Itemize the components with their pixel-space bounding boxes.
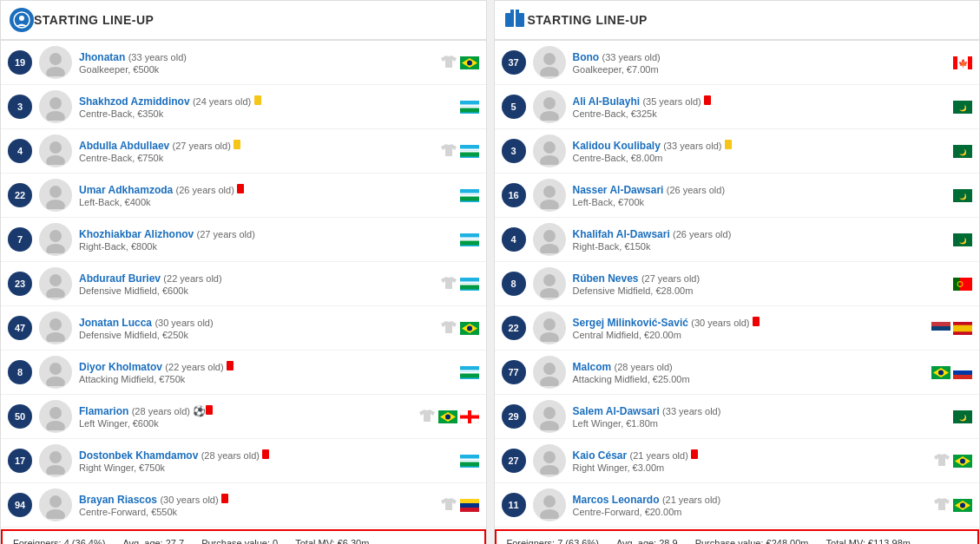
player-info: Umar Adkhamzoda (26 years old) Left-Back… (79, 184, 460, 207)
player-name[interactable]: Nasser Al-Dawsari (573, 184, 664, 196)
flag-icon (953, 278, 972, 291)
svg-rect-18 (460, 150, 479, 152)
player-name-row: Jhonatan (33 years old) (79, 51, 440, 63)
player-position-value: Central Midfield, €20.00m (573, 330, 932, 340)
flag-icon (460, 278, 479, 291)
player-name[interactable]: Khozhiakbar Alizhonov (79, 228, 194, 240)
player-name-row: Nasser Al-Dawsari (26 years old) (573, 184, 954, 196)
avatar (39, 223, 72, 256)
player-info: Salem Al-Dawsari (33 years old) Left Win… (573, 405, 954, 429)
svg-rect-99 (931, 322, 950, 326)
player-position-value: Centre-Back, €750k (79, 153, 440, 163)
player-position-value: Attacking Midfield, €25.00m (573, 374, 932, 384)
player-name-row: Brayan Riascos (30 years old) (79, 494, 440, 506)
player-name[interactable]: Khalifah Al-Dawsari (573, 228, 670, 240)
svg-point-31 (49, 274, 62, 286)
player-position-value: Right Winger, €3.00m (573, 462, 934, 473)
shirt-icon (440, 275, 457, 293)
svg-rect-22 (460, 193, 479, 194)
player-name[interactable]: Malcom (573, 361, 612, 373)
player-number: 47 (8, 316, 32, 340)
card-icon (725, 140, 732, 152)
svg-rect-101 (931, 331, 950, 335)
player-age: (21 years old) (662, 495, 720, 505)
table-row: 22 Sergej Milinković-Savić (30 years old… (495, 306, 980, 351)
player-name-row: Salem Al-Dawsari (33 years old) (573, 405, 954, 417)
flag-icon (460, 145, 479, 158)
player-icons (460, 189, 479, 202)
player-info: Ali Al-Bulayhi (35 years old) Centre-Bac… (573, 95, 954, 119)
player-number: 22 (8, 183, 32, 207)
player-name[interactable]: Jonatan Lucca (79, 317, 152, 329)
avatar (533, 134, 566, 167)
svg-rect-12 (460, 106, 479, 108)
player-position-value: Left Winger, €600k (79, 418, 418, 429)
svg-point-112 (543, 407, 556, 419)
player-name[interactable]: Umar Adkhamzoda (79, 184, 173, 196)
player-name[interactable]: Kaio César (573, 449, 628, 462)
svg-point-2 (49, 53, 62, 65)
player-name[interactable]: Rúben Neves (573, 272, 639, 285)
svg-point-6 (467, 60, 472, 65)
player-name-row: Rúben Neves (27 years old) (573, 272, 954, 285)
player-position-value: Right Winger, €750k (79, 462, 460, 473)
svg-rect-103 (953, 324, 972, 331)
player-name[interactable]: Sergej Milinković-Savić (573, 317, 688, 329)
table-row: 4 Khalifah Al-Dawsari (26 years old) Rig… (495, 218, 980, 262)
svg-point-38 (46, 332, 65, 342)
player-name-row: Khozhiakbar Alizhonov (27 years old) (79, 228, 460, 240)
player-name[interactable]: Dostonbek Khamdamov (79, 449, 198, 462)
player-number: 11 (502, 493, 526, 517)
flag-icon (438, 410, 457, 423)
flag-icon (460, 499, 479, 512)
player-name[interactable]: Flamarion (79, 405, 128, 417)
player-name[interactable]: Kalidou Koulibaly (573, 140, 661, 152)
table-row: 8 Rúben Neves (27 years old) Defensive M… (495, 262, 980, 306)
player-info: Malcom (28 years old) Attacking Midfield… (573, 361, 932, 384)
svg-point-48 (49, 407, 62, 419)
avatar (533, 90, 566, 123)
player-icons: 🍁 (953, 56, 972, 69)
player-icons (933, 452, 972, 470)
player-name[interactable]: Bono (573, 51, 600, 63)
svg-point-84 (543, 186, 556, 198)
player-name[interactable]: Abdulla Abdullaev (79, 140, 169, 152)
player-name[interactable]: Salem Al-Dawsari (573, 405, 660, 417)
player-name-row: Abdurauf Buriev (22 years old) (79, 272, 440, 285)
player-name[interactable]: Marcos Leonardo (573, 494, 660, 506)
right-total-mv: Total MV: €113.98m (826, 538, 911, 544)
player-name-row: Abdulla Abdullaev (27 years old) (79, 140, 440, 152)
player-number: 8 (502, 272, 526, 296)
player-name[interactable]: Shakhzod Azmiddinov (79, 95, 190, 108)
table-row: 50 Flamarion (28 years old) ⚽ Left Winge… (1, 395, 486, 439)
player-info: Jhonatan (33 years old) Goalkeeper, €500… (79, 51, 440, 75)
right-purchase: Purchase value: €248.00m (695, 538, 809, 544)
player-position-value: Defensive Midfield, €28.00m (573, 285, 954, 296)
svg-point-104 (543, 363, 556, 375)
table-row: 8 Diyor Kholmatov (22 years old) Attacki… (1, 351, 486, 395)
player-name[interactable]: Ali Al-Bulayhi (573, 95, 641, 108)
player-name[interactable]: Brayan Riascos (79, 494, 157, 506)
table-row: 77 Malcom (28 years old) Attacking Midfi… (495, 351, 980, 395)
player-name[interactable]: Abdurauf Buriev (79, 272, 161, 285)
left-team-panel: STARTING LINE-UP 19 Jhonatan (33 years o… (0, 0, 487, 544)
flag-icon (460, 233, 479, 246)
player-name[interactable]: Diyor Kholmatov (79, 361, 162, 373)
player-name-row: Malcom (28 years old) (573, 361, 932, 373)
svg-point-42 (49, 363, 62, 375)
player-name[interactable]: Jhonatan (79, 51, 125, 63)
svg-point-81 (540, 155, 559, 165)
svg-point-25 (49, 230, 62, 242)
svg-point-85 (540, 200, 559, 209)
svg-rect-16 (460, 148, 479, 150)
svg-rect-61 (460, 460, 479, 462)
avatar (39, 311, 72, 344)
right-foreigners: Foreigners: 7 (63.6%) (507, 538, 599, 544)
avatar (39, 444, 72, 477)
player-name-row: Sergej Milinković-Savić (30 years old) (573, 317, 932, 329)
player-number: 22 (502, 316, 526, 340)
svg-text:🌙: 🌙 (959, 104, 967, 112)
left-team-title: STARTING LINE-UP (34, 13, 154, 27)
svg-point-120 (960, 458, 965, 463)
svg-rect-28 (460, 237, 479, 239)
